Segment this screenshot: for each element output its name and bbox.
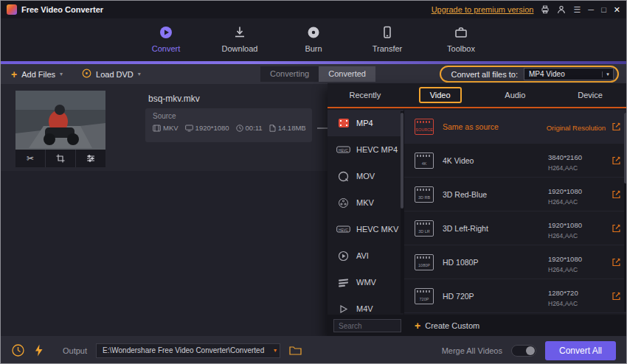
tab-video[interactable]: Video [403, 83, 478, 107]
preset-list-scrollbar[interactable] [624, 113, 627, 312]
tab-toolbox[interactable]: Toolbox [437, 24, 485, 61]
tab-transfer[interactable]: Transfer [363, 24, 412, 61]
load-dvd-label: Load DVD [96, 70, 134, 79]
format-info: MKV [153, 124, 179, 132]
play-circle-icon [336, 251, 350, 262]
format-item-avi[interactable]: AVI [328, 242, 403, 269]
schedule-clock-icon[interactable] [11, 343, 25, 357]
format-list-scrollbar[interactable] [401, 111, 403, 313]
format-item-hevc-mkv[interactable]: HEVC HEVC MKV [328, 216, 403, 242]
thumbnail-toolbar: ✂ [15, 150, 105, 167]
svg-text:HEVC: HEVC [339, 149, 348, 153]
preset-same-as-source[interactable]: SOURCE Same as source Original Resolutio… [404, 110, 627, 144]
tab-burn[interactable]: Burn [289, 24, 338, 61]
download-icon [215, 24, 264, 41]
film-icon [153, 125, 161, 132]
tab-convert[interactable]: Convert [142, 24, 190, 61]
add-files-label: Add Files [21, 70, 55, 79]
app-logo-icon [7, 4, 17, 15]
format-panel-tabs: Recently Video Audio Device [328, 83, 627, 108]
duration-info: 00:11 [236, 124, 263, 132]
preset-4k-video[interactable]: 4K 4K Video 3840*2160H264,AAC [404, 144, 627, 178]
menu-icon[interactable]: ☰ [573, 6, 581, 14]
wmv-icon [336, 278, 350, 287]
chevron-down-icon: ▾ [138, 71, 141, 77]
edit-icon[interactable] [612, 223, 621, 233]
printer-icon[interactable] [541, 5, 550, 14]
convert-all-button[interactable]: Convert All [545, 341, 616, 360]
maximize-button[interactable]: □ [601, 6, 606, 14]
tab-converted[interactable]: Converted [319, 66, 375, 82]
plus-icon: + [415, 321, 420, 331]
output-format-dropdown[interactable]: MP4 Video ▾ [524, 68, 614, 80]
size-info: 14.18MB [269, 124, 306, 132]
merge-all-videos-label: Merge All Videos [442, 346, 502, 355]
open-folder-icon[interactable] [289, 346, 302, 355]
app-window: Free Video Converter Upgrade to premium … [0, 0, 627, 364]
bottom-bar: Output E:\Wondershare Free Video Convert… [1, 336, 626, 364]
tab-recently[interactable]: Recently [328, 83, 403, 107]
edit-icon[interactable] [612, 189, 621, 199]
create-custom-button[interactable]: + Create Custom [415, 321, 479, 331]
output-format-value: MP4 Video [524, 70, 602, 78]
toolbar: + Add Files ▾ Load DVD ▾ Converting Conv… [1, 64, 626, 84]
720p-badge-icon: 720P [415, 288, 434, 304]
tab-converting[interactable]: Converting [260, 66, 319, 82]
edit-icon[interactable] [612, 155, 621, 165]
crop-icon[interactable] [45, 150, 75, 167]
add-files-button[interactable]: + Add Files ▾ [11, 69, 63, 80]
resolution-info: 1920*1080 [185, 124, 229, 132]
load-dvd-button[interactable]: Load DVD ▾ [82, 69, 141, 80]
output-path-dropdown[interactable]: E:\Wondershare Free Video Converter\Conv… [96, 343, 280, 358]
format-item-wmv[interactable]: WMV [328, 269, 403, 295]
3d-lr-badge-icon: 3D LR [415, 220, 434, 237]
upgrade-link[interactable]: Upgrade to premium version [432, 5, 534, 14]
format-item-hevc-mp4[interactable]: HEVC HEVC MP4 [328, 136, 403, 163]
preset-3d-left-right[interactable]: 3D LR 3D Left-Right 1920*1080H264,AAC [404, 211, 627, 245]
preset-hd-720p[interactable]: 720P HD 720P 1280*720H264,AAC [404, 279, 627, 313]
effects-icon[interactable] [75, 150, 105, 167]
transfer-icon [363, 24, 412, 41]
toggle-knob [526, 346, 535, 355]
chevron-down-icon: ▾ [60, 71, 63, 77]
format-item-mp4[interactable]: MP4 [328, 110, 403, 136]
source-label: Source [153, 112, 305, 120]
tab-audio[interactable]: Audio [478, 83, 553, 107]
mkv-icon [336, 197, 350, 209]
mp4-icon [336, 118, 350, 128]
toolbox-icon [437, 24, 485, 41]
format-item-m4v[interactable]: M4V [328, 295, 403, 315]
search-input[interactable] [333, 319, 401, 332]
play-icon [336, 304, 350, 314]
output-label: Output [63, 346, 87, 355]
minimize-button[interactable]: ─ [588, 6, 594, 14]
queue-tabs: Converting Converted [260, 66, 375, 82]
3d-rb-badge-icon: 3D RB [415, 186, 434, 203]
chevron-down-icon: ▾ [602, 71, 613, 77]
user-icon[interactable] [557, 5, 566, 14]
high-speed-icon[interactable] [34, 344, 44, 357]
nav-label: Transfer [373, 44, 403, 53]
format-item-mkv[interactable]: MKV [328, 189, 403, 216]
close-button[interactable]: ✕ [614, 6, 620, 14]
source-info-box: Source MKV 1920*1080 00:11 14.18MB [145, 108, 312, 142]
preset-hd-1080p[interactable]: 1080P HD 1080P 1920*1080H264,AAC [404, 245, 627, 279]
edit-icon[interactable] [612, 122, 621, 131]
titlebar: Free Video Converter Upgrade to premium … [1, 1, 626, 18]
main-nav: Convert Download Burn Transfer Toolbox [1, 18, 626, 61]
format-panel: Recently Video Audio Device MP4 HEVC HEV… [328, 83, 627, 337]
svg-text:HEVC: HEVC [339, 228, 348, 232]
nav-label: Burn [305, 44, 322, 53]
format-item-mov[interactable]: MOV [328, 163, 403, 189]
tab-device[interactable]: Device [552, 83, 627, 107]
cut-icon[interactable]: ✂ [15, 150, 45, 167]
source-badge-icon: SOURCE [415, 119, 434, 135]
edit-icon[interactable] [612, 257, 621, 267]
tab-download[interactable]: Download [215, 24, 264, 61]
merge-toggle[interactable] [511, 345, 536, 357]
panel-footer: + Create Custom [328, 315, 627, 337]
video-thumbnail[interactable] [15, 91, 105, 150]
preset-3d-red-blue[interactable]: 3D RB 3D Red-Blue 1920*1080H264,AAC [404, 178, 627, 211]
edit-icon[interactable] [612, 291, 621, 301]
convert-to-label: Convert all files to: [451, 70, 518, 79]
